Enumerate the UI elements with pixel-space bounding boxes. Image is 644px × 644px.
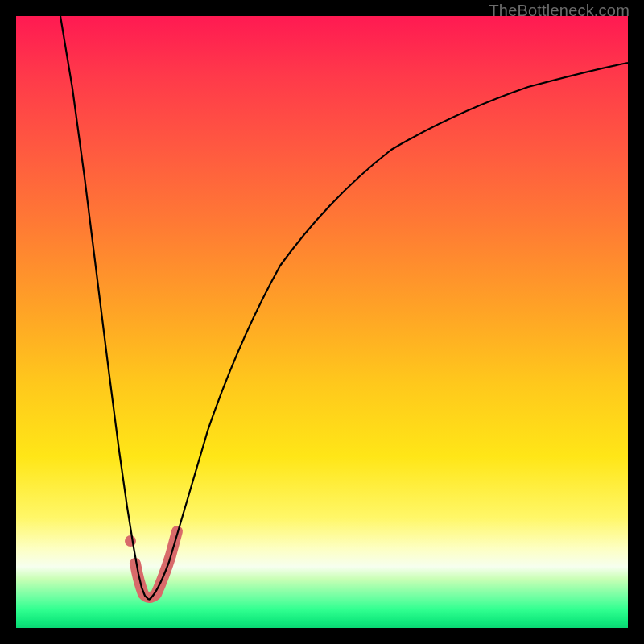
credit-label: TheBottleneck.com [489,2,630,20]
chart-frame: TheBottleneck.com [0,0,644,644]
curve-overlay [16,16,628,628]
plot-area [16,16,628,628]
bottleneck-curve-right [149,63,628,600]
marker-dot [125,535,136,547]
bottleneck-curve-left [60,16,149,600]
